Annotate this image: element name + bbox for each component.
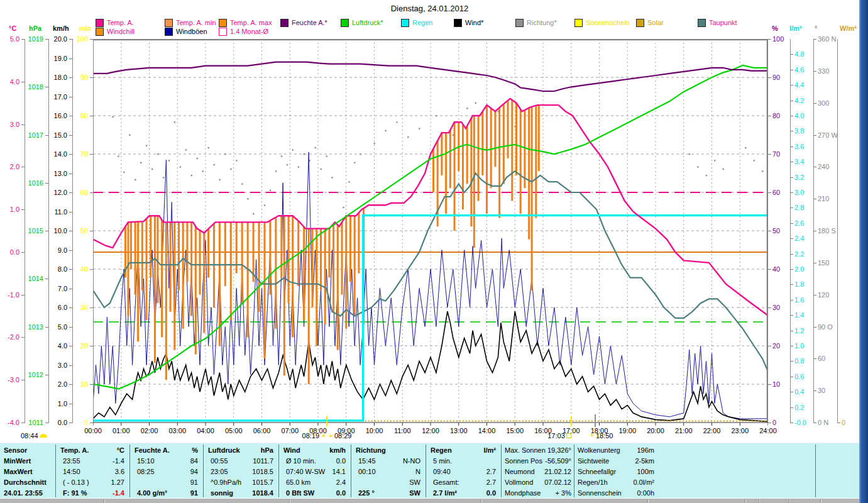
sunrise-marker: 08:19 ☀▲ 08:29 bbox=[302, 432, 352, 439]
legend-swatch-feuchte-a bbox=[280, 19, 288, 27]
axis-tick-label: 0 bbox=[842, 419, 845, 426]
table-row-label: MaxWert bbox=[4, 467, 53, 477]
legend-label-feuchte-a: Feuchte A.* bbox=[292, 19, 327, 26]
axis-tick-label: 3.0 bbox=[43, 362, 67, 369]
x-tick-label: 03:00 bbox=[168, 427, 186, 434]
axis-tick bbox=[813, 423, 816, 423]
legend-item-monat-avg: 1.4 Monat-Ø bbox=[219, 28, 268, 35]
plot-area[interactable] bbox=[93, 39, 768, 429]
table-cell-value: 1015.7 bbox=[208, 477, 273, 488]
axis-tick bbox=[768, 269, 771, 270]
axis-tick-label: 30 bbox=[772, 304, 780, 311]
axis-tick bbox=[69, 404, 72, 404]
legend-label-wind: Wind* bbox=[465, 19, 483, 26]
axis-tick-label: 1017 bbox=[19, 131, 43, 139]
axis-tick-label: 0.4 bbox=[794, 388, 804, 395]
legend-swatch-luftdruck bbox=[341, 19, 349, 27]
legend-item-temp-a-max: Temp. A. max bbox=[219, 19, 272, 26]
axis-tick bbox=[69, 174, 72, 174]
legend-label-richtung: Richtung* bbox=[527, 19, 557, 26]
axis-tick-label: 60 bbox=[64, 189, 88, 196]
axis-tick bbox=[768, 423, 771, 423]
axis-tick bbox=[813, 327, 816, 328]
axis-tick-label: 2.0 bbox=[0, 163, 19, 170]
axis-tick-label: -0.0 bbox=[794, 419, 806, 426]
axis-tick bbox=[813, 231, 816, 231]
axis-tick-label: 1014 bbox=[19, 275, 43, 282]
x-tick-label: 04:00 bbox=[197, 427, 214, 434]
axis-tick-label: 330 bbox=[818, 67, 829, 75]
axis-tick-label: 5.0 bbox=[43, 323, 67, 331]
legend-item-wind: Wind* bbox=[454, 19, 483, 26]
axis-unit-degrees: ° bbox=[815, 25, 817, 32]
legend-item-windchill: Windchill bbox=[96, 28, 135, 35]
table-divider bbox=[501, 445, 502, 497]
axis-tick bbox=[768, 231, 771, 231]
axis-tick-label: -4.0 bbox=[0, 419, 19, 426]
x-tick-label: 21:00 bbox=[675, 427, 693, 434]
axis-tick bbox=[69, 135, 72, 136]
legend-swatch-sonnenschein bbox=[574, 19, 583, 27]
sunrise-time-2: 08:29 bbox=[334, 432, 352, 439]
table-cell-value: 0.0 bbox=[431, 488, 496, 499]
axis-tick-label: 100 bbox=[772, 35, 784, 43]
axis-tick-label: 1016 bbox=[19, 179, 43, 187]
legend-item-luftdruck: Luftdruck* bbox=[341, 19, 383, 26]
axis-tick-label: 1011 bbox=[19, 419, 43, 426]
axis-tick bbox=[813, 358, 816, 359]
table-cell-value: 14.1 bbox=[283, 467, 346, 477]
axis-tick-label: 80 bbox=[772, 112, 780, 119]
axis-tick-label: 0.6 bbox=[794, 373, 804, 380]
x-tick-label: 11:00 bbox=[394, 427, 411, 434]
x-tick-label: 24:00 bbox=[759, 427, 777, 434]
axis-unit-wm2: W/m² bbox=[840, 25, 857, 32]
table-col-unit: % bbox=[135, 445, 198, 456]
table-cell-value: 3.6 bbox=[60, 467, 124, 477]
table-col-unit: °C bbox=[60, 445, 124, 456]
axis-tick bbox=[768, 307, 771, 308]
square-icon bbox=[566, 433, 571, 438]
dusk-time: 18:50 bbox=[596, 432, 613, 439]
table-divider bbox=[203, 445, 204, 497]
table-cell-value: 1011.7 bbox=[208, 456, 273, 467]
axis-tick-label: 4.0 bbox=[0, 78, 19, 86]
legend-item-windboeen: Windböen bbox=[165, 28, 207, 35]
axis-unit-celsius: °C bbox=[9, 25, 16, 32]
table-divider bbox=[426, 445, 426, 497]
axis-tick bbox=[790, 54, 793, 55]
table-col-unit: hPa bbox=[208, 445, 273, 456]
axis-tick-label: 30 bbox=[64, 304, 88, 311]
axis-tick-label: 4.6 bbox=[794, 66, 804, 74]
axis-tick bbox=[768, 39, 771, 40]
axis-tick bbox=[45, 279, 48, 279]
legend-item-sonnenschein: Sonnenschein bbox=[574, 19, 630, 26]
axis-tick bbox=[21, 252, 25, 253]
table-row-label: 24.01. 23:55 bbox=[4, 488, 53, 499]
dawn-marker: 08:44 bbox=[21, 432, 47, 439]
x-tick-label: 05:00 bbox=[225, 427, 243, 434]
axis-tick bbox=[813, 295, 816, 296]
legend-item-feuchte-a: Feuchte A.* bbox=[280, 19, 327, 26]
table-row-label: Durchschnitt bbox=[4, 477, 53, 488]
window-border[interactable] bbox=[859, 0, 868, 503]
axis-tick-label: 150 bbox=[818, 259, 829, 267]
axis-tick-label: 9.0 bbox=[43, 246, 67, 254]
axis-tick bbox=[790, 238, 793, 239]
axis-tick bbox=[790, 177, 793, 178]
legend-item-temp-a-min: Temp. A. min bbox=[165, 19, 216, 26]
axis-tick bbox=[790, 284, 793, 285]
status-bar-divider bbox=[759, 499, 760, 503]
sunrise-marker-line bbox=[326, 416, 327, 426]
axis-tick bbox=[790, 346, 793, 346]
status-bar-divider bbox=[820, 499, 821, 503]
x-tick-label: 13:00 bbox=[450, 427, 468, 434]
sunset-marker: 17:03 bbox=[547, 432, 571, 439]
legend-label-temp-a-min: Temp. A. min bbox=[176, 19, 216, 26]
right-axis-line-3 bbox=[837, 39, 838, 423]
table-divider bbox=[574, 445, 574, 497]
axis-tick bbox=[790, 392, 793, 392]
status-bar-divider bbox=[745, 499, 746, 503]
axis-tick bbox=[813, 135, 816, 136]
axis-unit-percent: % bbox=[772, 25, 778, 32]
axis-tick bbox=[790, 254, 793, 255]
